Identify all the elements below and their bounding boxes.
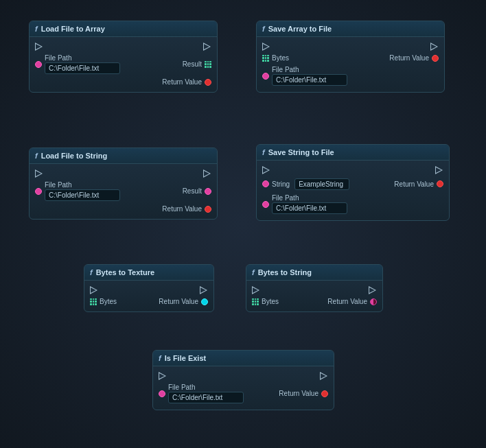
node-header-is-file-exist: f Is File Exist xyxy=(153,351,334,366)
exec-out-pin[interactable] xyxy=(203,169,211,178)
node-title: Is File Exist xyxy=(165,354,207,362)
pin-label-bytes: Bytes xyxy=(272,54,289,62)
pin-right-result: Result xyxy=(183,60,211,68)
file-path-pin[interactable] xyxy=(262,201,269,208)
bytes-pin[interactable] xyxy=(252,298,259,305)
pin-row-filepath: File Path Result xyxy=(30,52,217,76)
exec-out-pin[interactable] xyxy=(430,43,439,51)
pin-left-bytes: Bytes xyxy=(90,298,117,305)
string-pin[interactable] xyxy=(262,180,269,187)
pin-label-return: Return Value xyxy=(389,54,429,62)
func-icon: f xyxy=(262,25,265,33)
exec-in-pin[interactable] xyxy=(159,372,167,380)
func-icon: f xyxy=(262,148,265,156)
file-path-input[interactable] xyxy=(45,62,120,74)
file-path-pin[interactable] xyxy=(35,61,42,68)
result-pin[interactable] xyxy=(205,188,211,195)
string-input[interactable] xyxy=(294,178,349,190)
pin-label-bytes: Bytes xyxy=(262,298,279,305)
pin-left-filepath: File Path xyxy=(35,54,120,74)
exec-out-pin[interactable] xyxy=(203,43,211,51)
exec-row xyxy=(84,285,213,296)
node-title: Bytes to String xyxy=(258,268,312,276)
node-header-bytes-to-texture: f Bytes to Texture xyxy=(84,265,213,281)
file-path-input[interactable] xyxy=(168,392,244,403)
exec-in-pin[interactable] xyxy=(35,169,43,178)
node-bytes-to-texture: f Bytes to Texture Bytes Return Value xyxy=(84,264,214,312)
node-header-load-file-string: f Load File to String xyxy=(30,148,217,164)
func-icon: f xyxy=(35,25,38,33)
exec-row xyxy=(30,41,217,52)
pin-right-return: Return Value xyxy=(162,205,211,213)
exec-in-pin[interactable] xyxy=(262,43,270,51)
node-is-file-exist: f Is File Exist File Path Return Value xyxy=(152,350,334,410)
node-body: File Path Return Value xyxy=(153,366,334,410)
pin-label-return: Return Value xyxy=(159,298,198,305)
file-path-pin[interactable] xyxy=(159,390,165,397)
pin-label-filepath: File Path xyxy=(168,384,244,391)
pin-group: File Path xyxy=(272,66,347,86)
pin-left-bytes: Bytes xyxy=(262,54,289,62)
return-value-pin[interactable] xyxy=(432,55,439,62)
node-body: File Path Result Return Value xyxy=(30,37,217,92)
exec-row xyxy=(257,165,449,176)
pin-label-result: Result xyxy=(183,187,202,195)
pin-row-return: Return Value xyxy=(30,203,217,215)
node-title: Save Array to File xyxy=(268,25,332,33)
bytes-pin[interactable] xyxy=(262,55,269,62)
exec-in-pin[interactable] xyxy=(252,286,260,294)
node-header-load-file-array: f Load File to Array xyxy=(30,21,217,37)
result-pin[interactable] xyxy=(205,61,211,68)
pin-left-filepath: File Path xyxy=(159,384,244,403)
pin-label-return: Return Value xyxy=(394,180,434,188)
node-header-save-string-file: f Save String to File xyxy=(257,145,449,161)
file-path-input[interactable] xyxy=(45,189,120,201)
node-header-bytes-to-string: f Bytes to String xyxy=(246,265,382,281)
pin-label-result: Result xyxy=(183,60,202,68)
pin-label-return: Return Value xyxy=(279,390,319,397)
pin-right-return: Return Value xyxy=(162,78,211,86)
exec-in-pin[interactable] xyxy=(90,286,98,294)
pin-left-filepath: File Path xyxy=(262,66,347,86)
pin-row-string: String Return Value xyxy=(257,176,449,192)
exec-out-pin[interactable] xyxy=(435,166,443,174)
file-path-pin[interactable] xyxy=(262,73,269,80)
pin-group: File Path xyxy=(45,181,120,201)
file-path-pin[interactable] xyxy=(35,188,42,195)
exec-row xyxy=(246,285,382,296)
exec-in-pin[interactable] xyxy=(262,166,270,174)
pin-row-bytes: Bytes Return Value xyxy=(246,296,382,307)
pin-left-filepath: File Path xyxy=(35,181,120,201)
node-title: Save String to File xyxy=(268,148,334,156)
node-bytes-to-string: f Bytes to String Bytes Return Value xyxy=(246,264,383,312)
pin-row-return: Return Value xyxy=(30,76,217,88)
pin-right-return: Return Value xyxy=(394,180,443,188)
pin-label-string: String xyxy=(272,180,290,188)
node-body: File Path Result Return Value xyxy=(30,164,217,219)
pin-label-return: Return Value xyxy=(327,298,367,305)
file-path-input[interactable] xyxy=(272,74,347,86)
pin-left-string: String xyxy=(262,178,349,190)
exec-row xyxy=(257,41,444,52)
exec-out-pin[interactable] xyxy=(369,286,377,294)
return-value-pin[interactable] xyxy=(205,79,211,86)
pin-group: File Path xyxy=(45,54,120,74)
pin-row-filepath: File Path Return Value xyxy=(153,381,334,405)
node-save-string-file: f Save String to File String Return Valu… xyxy=(256,144,450,221)
exec-out-pin[interactable] xyxy=(200,286,208,294)
pin-row-filepath: File Path xyxy=(257,64,444,88)
return-value-pin[interactable] xyxy=(201,298,208,305)
return-value-pin[interactable] xyxy=(437,180,443,187)
return-value-pin[interactable] xyxy=(321,390,328,397)
pin-row-bytes: Bytes Return Value xyxy=(84,296,213,307)
exec-row xyxy=(30,168,217,179)
file-path-input[interactable] xyxy=(272,202,347,214)
pin-right-return: Return Value xyxy=(327,298,377,305)
return-value-pin[interactable] xyxy=(205,206,211,213)
exec-in-pin[interactable] xyxy=(35,43,43,51)
pin-left-filepath: File Path xyxy=(262,194,347,214)
return-value-pin[interactable] xyxy=(370,298,377,305)
bytes-pin[interactable] xyxy=(90,298,97,305)
exec-out-pin[interactable] xyxy=(320,372,328,380)
pin-label-filepath: File Path xyxy=(272,194,347,202)
